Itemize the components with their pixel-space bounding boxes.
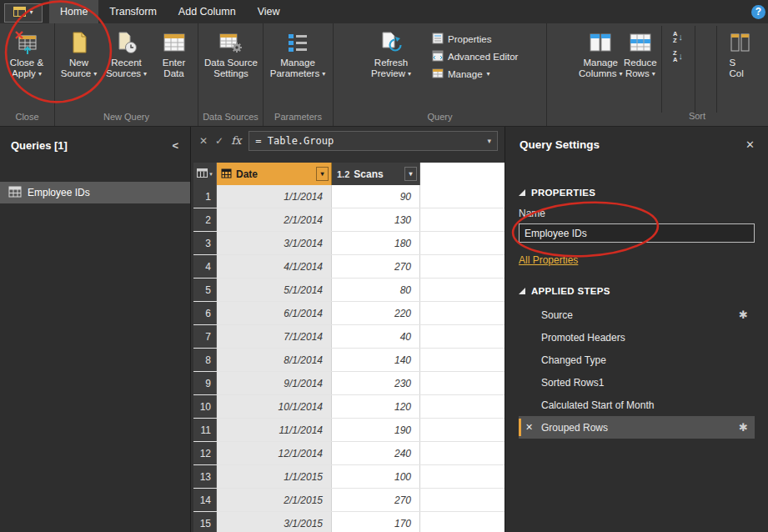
reduce-rows-button[interactable]: Reduce Rows▾ — [622, 26, 658, 79]
scans-cell[interactable]: 90 — [332, 185, 420, 208]
section-expanded-icon — [519, 189, 525, 196]
scans-cell[interactable]: 180 — [332, 232, 420, 254]
cancel-formula-icon[interactable]: ✕ — [199, 135, 208, 147]
sort-descending-icon[interactable]: ZA ↓ — [667, 48, 689, 64]
row-number[interactable]: 2 — [193, 208, 217, 231]
applied-step-promoted-headers[interactable]: Promoted Headers — [519, 326, 755, 349]
row-number[interactable]: 4 — [193, 255, 217, 278]
properties-button[interactable]: Properties — [432, 32, 518, 47]
filter-dropdown-button[interactable]: ▾ — [404, 167, 417, 181]
row-number[interactable]: 11 — [193, 419, 217, 441]
step-label: Sorted Rows1 — [541, 377, 604, 389]
split-column-button[interactable]: S Col — [721, 26, 768, 79]
scans-cell[interactable]: 270 — [332, 255, 420, 278]
queries-panel-title: Queries [1] — [11, 139, 68, 152]
row-number[interactable]: 6 — [193, 302, 217, 324]
collapse-panel-icon[interactable]: < — [172, 139, 178, 152]
applied-step-calculated-start-of-month[interactable]: Calculated Start of Month — [519, 394, 755, 416]
scans-cell[interactable]: 170 — [332, 512, 420, 532]
applied-step-source[interactable]: Source ✱ — [519, 304, 755, 326]
tab-add-column[interactable]: Add Column — [168, 0, 247, 23]
advanced-editor-button[interactable]: Advanced Editor — [432, 49, 518, 64]
row-number[interactable]: 14 — [193, 489, 217, 511]
gear-icon[interactable]: ✱ — [739, 309, 748, 321]
chevron-down-icon: ▾ — [209, 171, 213, 178]
row-number[interactable]: 5 — [193, 279, 217, 301]
scans-cell[interactable]: 100 — [332, 465, 420, 488]
date-cell[interactable]: 2/1/2015 — [217, 489, 332, 511]
table-row: 15 3/1/2015 170 — [193, 512, 504, 532]
delete-step-icon[interactable]: ✕ — [525, 422, 541, 433]
date-cell[interactable]: 12/1/2014 — [217, 442, 332, 464]
date-cell[interactable]: 7/1/2014 — [217, 325, 332, 348]
manage-parameters-button[interactable]: Manage Parameters▾ — [264, 26, 332, 79]
date-cell[interactable]: 11/1/2014 — [217, 419, 332, 441]
row-number[interactable]: 3 — [193, 232, 217, 254]
scans-cell[interactable]: 80 — [332, 279, 420, 301]
column-header-scans[interactable]: 1.2 Scans ▾ — [332, 163, 420, 185]
table-row: 13 1/1/2015 100 — [193, 465, 504, 489]
scans-cell[interactable]: 140 — [332, 349, 420, 371]
table-row: 12 12/1/2014 240 — [193, 442, 504, 465]
scans-cell[interactable]: 130 — [332, 208, 420, 231]
scans-cell[interactable]: 190 — [332, 419, 420, 441]
date-cell[interactable]: 1/1/2015 — [217, 465, 332, 488]
applied-step-sorted-rows1[interactable]: Sorted Rows1 — [519, 371, 755, 394]
gear-icon[interactable]: ✱ — [739, 421, 748, 434]
scans-cell[interactable]: 40 — [332, 325, 420, 348]
chevron-down-icon[interactable]: ▾ — [481, 137, 497, 145]
row-number[interactable]: 8 — [193, 349, 217, 371]
scans-cell[interactable]: 240 — [332, 442, 420, 464]
manage-columns-button[interactable]: Manage Columns▾ — [579, 26, 622, 79]
date-cell[interactable]: 2/1/2014 — [217, 208, 332, 231]
row-number[interactable]: 9 — [193, 372, 217, 394]
properties-section-header[interactable]: PROPERTIES — [519, 188, 755, 198]
date-cell[interactable]: 3/1/2014 — [217, 232, 332, 254]
query-list-item-employee-ids[interactable]: Employee IDs — [0, 182, 190, 203]
new-source-button[interactable]: New Source▾ — [55, 26, 103, 79]
row-number[interactable]: 10 — [193, 395, 217, 418]
date-cell[interactable]: 4/1/2014 — [217, 255, 332, 278]
applied-step-grouped-rows[interactable]: ✕ Grouped Rows ✱ — [519, 416, 755, 439]
formula-field[interactable]: ▾ — [248, 131, 498, 151]
scans-cell[interactable]: 120 — [332, 395, 420, 418]
query-name-input[interactable] — [519, 223, 755, 243]
date-cell[interactable]: 5/1/2014 — [217, 279, 332, 301]
refresh-preview-button[interactable]: Refresh Preview▾ — [367, 26, 415, 79]
row-number[interactable]: 12 — [193, 442, 217, 464]
date-cell[interactable]: 3/1/2015 — [217, 512, 332, 532]
filter-dropdown-button[interactable]: ▾ — [316, 167, 329, 181]
enter-data-button[interactable]: Enter Data — [150, 26, 198, 79]
date-cell[interactable]: 6/1/2014 — [217, 302, 332, 324]
file-menu-button[interactable]: ▾ — [4, 3, 43, 23]
date-cell[interactable]: 8/1/2014 — [217, 349, 332, 371]
row-number[interactable]: 15 — [193, 512, 217, 532]
tab-home[interactable]: Home — [49, 0, 98, 23]
data-source-settings-button[interactable]: Data Source Settings — [200, 26, 262, 79]
row-number[interactable]: 7 — [193, 325, 217, 348]
date-cell[interactable]: 10/1/2014 — [217, 395, 332, 418]
all-properties-link[interactable]: All Properties — [519, 254, 578, 266]
row-number[interactable]: 13 — [193, 465, 217, 488]
scans-cell[interactable]: 230 — [332, 372, 420, 394]
commit-formula-icon[interactable]: ✓ — [215, 135, 223, 147]
formula-input[interactable] — [249, 135, 481, 147]
recent-sources-button[interactable]: Recent Sources▾ — [103, 26, 150, 79]
row-number[interactable]: 1 — [193, 185, 217, 208]
date-cell[interactable]: 1/1/2014 — [217, 185, 332, 208]
manage-button[interactable]: Manage ▾ — [432, 67, 518, 82]
help-icon[interactable]: ? — [751, 5, 765, 19]
sort-ascending-icon[interactable]: AZ ↓ — [667, 29, 689, 45]
close-panel-icon[interactable]: ✕ — [745, 138, 755, 151]
applied-step-changed-type[interactable]: Changed Type — [519, 349, 755, 371]
applied-steps-section-header[interactable]: APPLIED STEPS — [519, 286, 755, 296]
table-corner-button[interactable]: ▾ — [193, 163, 217, 185]
scans-cell[interactable]: 270 — [332, 489, 420, 511]
tab-view[interactable]: View — [247, 0, 291, 23]
tab-transform[interactable]: Transform — [98, 0, 168, 23]
date-cell[interactable]: 9/1/2014 — [217, 372, 332, 394]
table-row: 7 7/1/2014 40 — [193, 325, 504, 349]
scans-cell[interactable]: 220 — [332, 302, 420, 324]
close-and-apply-button[interactable]: Close & Apply▾ — [0, 26, 53, 79]
column-header-date[interactable]: Date ▾ — [217, 163, 332, 185]
